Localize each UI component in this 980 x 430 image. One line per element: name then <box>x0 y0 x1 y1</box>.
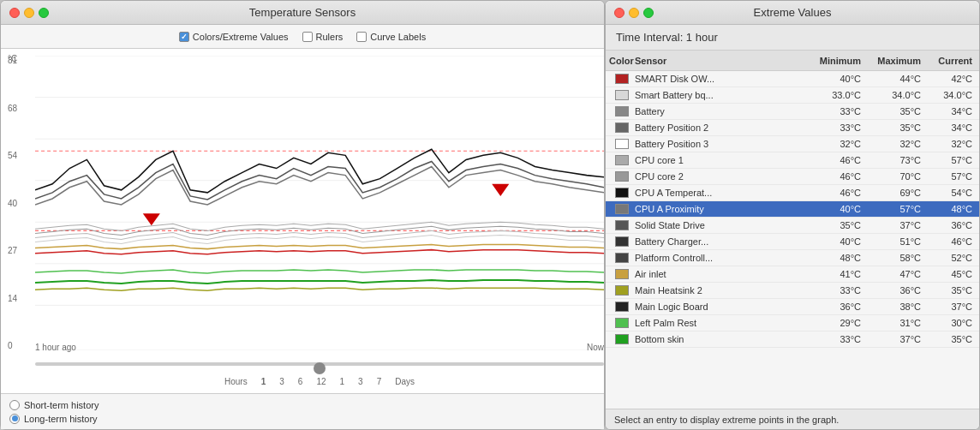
sensor-table: SMART Disk OW...40°C44°C42°CSmart Batter… <box>606 71 979 409</box>
sensor-current: 54°C <box>924 188 976 198</box>
sensor-minimum: 41°C <box>804 269 864 279</box>
colors-extreme-values-checkbox[interactable] <box>179 32 189 42</box>
chart-area: °C 81 68 54 40 27 14 0 <box>1 49 604 393</box>
table-row[interactable]: CPU A Temperat...46°C69°C54°C <box>606 185 979 201</box>
sensor-minimum: 32°C <box>804 139 864 149</box>
sensor-maximum: 35°C <box>864 122 924 133</box>
timeline-labels: Hours 1 3 6 12 1 3 7 Days <box>35 377 604 386</box>
curve-labels-option[interactable]: Curve Labels <box>356 32 426 42</box>
sensor-minimum: 40°C <box>804 204 864 214</box>
chart-svg <box>35 56 604 350</box>
color-swatch <box>615 285 629 296</box>
header-current: Current <box>924 56 976 66</box>
sensor-name: CPU core 2 <box>635 171 804 182</box>
sensor-maximum: 58°C <box>864 253 924 263</box>
table-row[interactable]: Battery Position 332°C32°C32°C <box>606 136 979 152</box>
short-term-history-option[interactable]: Short-term history <box>9 400 595 410</box>
sensor-maximum: 34.0°C <box>864 90 924 100</box>
color-swatch <box>615 236 629 247</box>
chart-x-labels: 1 hour ago Now <box>35 343 604 352</box>
right-panel: Extreme Values Time Interval: 1 hour Col… <box>605 0 980 430</box>
table-row[interactable]: CPU core 146°C73°C57°C <box>606 152 979 169</box>
sensor-minimum: 33°C <box>804 122 864 133</box>
color-swatch <box>615 253 629 263</box>
status-bar: Select an entry to display extreme point… <box>606 409 979 429</box>
table-row[interactable]: Solid State Drive35°C37°C36°C <box>606 218 979 234</box>
sensor-name: Smart Battery bq... <box>635 90 804 100</box>
timeline-label-12[interactable]: 12 <box>316 377 326 386</box>
table-row[interactable]: Platform Controll...48°C58°C52°C <box>606 250 979 266</box>
sensor-minimum: 29°C <box>804 318 864 328</box>
timeline-label-7[interactable]: 7 <box>377 377 382 386</box>
sensor-minimum: 40°C <box>804 74 864 84</box>
timeline-label-6[interactable]: 6 <box>298 377 303 386</box>
timeline-label-1d[interactable]: 1 <box>340 377 345 386</box>
long-term-label: Long-term history <box>24 414 98 424</box>
timeline-track[interactable] <box>35 362 604 374</box>
color-swatch <box>615 106 629 116</box>
sensor-current: 48°C <box>924 204 976 214</box>
timeline-label-3[interactable]: 3 <box>279 377 284 386</box>
table-row[interactable]: Battery Charger...40°C51°C46°C <box>606 234 979 250</box>
y-label-68: 68 <box>8 104 17 113</box>
colors-extreme-values-option[interactable]: Colors/Extreme Values <box>179 32 289 42</box>
color-swatch <box>615 318 629 328</box>
table-row[interactable]: Left Palm Rest29°C31°C30°C <box>606 315 979 331</box>
sensor-maximum: 37°C <box>864 220 924 230</box>
table-row[interactable]: Air inlet41°C47°C45°C <box>606 266 979 283</box>
timeline-label-days: Days <box>395 377 415 386</box>
x-label-start: 1 hour ago <box>35 343 76 352</box>
color-swatch <box>615 171 629 182</box>
table-row[interactable]: Battery Position 233°C35°C34°C <box>606 120 979 136</box>
close-button[interactable] <box>9 8 20 18</box>
sensor-minimum: 40°C <box>804 236 864 247</box>
toolbar: Colors/Extreme Values Rulers Curve Label… <box>1 25 604 49</box>
table-row[interactable]: Main Logic Board36°C38°C37°C <box>606 299 979 315</box>
table-row[interactable]: CPU core 246°C70°C57°C <box>606 169 979 185</box>
timeline-thumb[interactable] <box>314 362 326 374</box>
table-row[interactable]: Main Heatsink 233°C36°C35°C <box>606 283 979 299</box>
short-term-radio[interactable] <box>9 400 20 410</box>
sensor-name: Battery <box>635 106 804 116</box>
rulers-option[interactable]: Rulers <box>302 32 344 42</box>
table-row[interactable]: Smart Battery bq...33.0°C34.0°C34.0°C <box>606 87 979 104</box>
time-interval-bar: Time Interval: 1 hour <box>606 25 979 51</box>
left-window-title: Temperature Sensors <box>249 6 356 19</box>
table-row[interactable]: CPU A Proximity40°C57°C48°C <box>606 201 979 218</box>
long-term-history-option[interactable]: Long-term history <box>9 414 595 424</box>
timeline-label-1[interactable]: 1 <box>261 377 266 386</box>
traffic-lights <box>9 8 49 18</box>
status-text: Select an entry to display extreme point… <box>614 415 839 425</box>
sensor-maximum: 35°C <box>864 106 924 116</box>
header-minimum: Minimum <box>804 56 864 66</box>
rulers-checkbox[interactable] <box>302 32 313 42</box>
sensor-current: 36°C <box>924 220 976 230</box>
curve-labels-checkbox[interactable] <box>356 32 367 42</box>
timeline-label-3d[interactable]: 3 <box>358 377 363 386</box>
sensor-name: Platform Controll... <box>635 253 804 263</box>
table-row[interactable]: Bottom skin33°C37°C35°C <box>606 331 979 348</box>
right-maximize-button[interactable] <box>643 8 654 18</box>
table-row[interactable]: SMART Disk OW...40°C44°C42°C <box>606 71 979 87</box>
table-row[interactable]: Battery33°C35°C34°C <box>606 104 979 120</box>
short-term-label: Short-term history <box>24 400 99 410</box>
sensor-current: 52°C <box>924 253 976 263</box>
right-close-button[interactable] <box>614 8 624 18</box>
minimize-button[interactable] <box>24 8 34 18</box>
chart-marker-left <box>143 213 160 225</box>
sensor-minimum: 36°C <box>804 302 864 312</box>
right-window-title: Extreme Values <box>754 6 832 19</box>
sensor-name: Air inlet <box>635 269 804 279</box>
sensor-maximum: 31°C <box>864 318 924 328</box>
right-traffic-lights <box>614 8 654 18</box>
y-label-54: 54 <box>8 151 17 160</box>
sensor-maximum: 69°C <box>864 188 924 198</box>
sensor-minimum: 46°C <box>804 171 864 182</box>
long-term-radio[interactable] <box>9 414 20 424</box>
sensor-current: 46°C <box>924 236 976 247</box>
right-minimize-button[interactable] <box>629 8 639 18</box>
sensor-minimum: 33°C <box>804 334 864 344</box>
right-titlebar: Extreme Values <box>606 1 979 25</box>
maximize-button[interactable] <box>39 8 49 18</box>
sensor-current: 42°C <box>924 74 976 84</box>
